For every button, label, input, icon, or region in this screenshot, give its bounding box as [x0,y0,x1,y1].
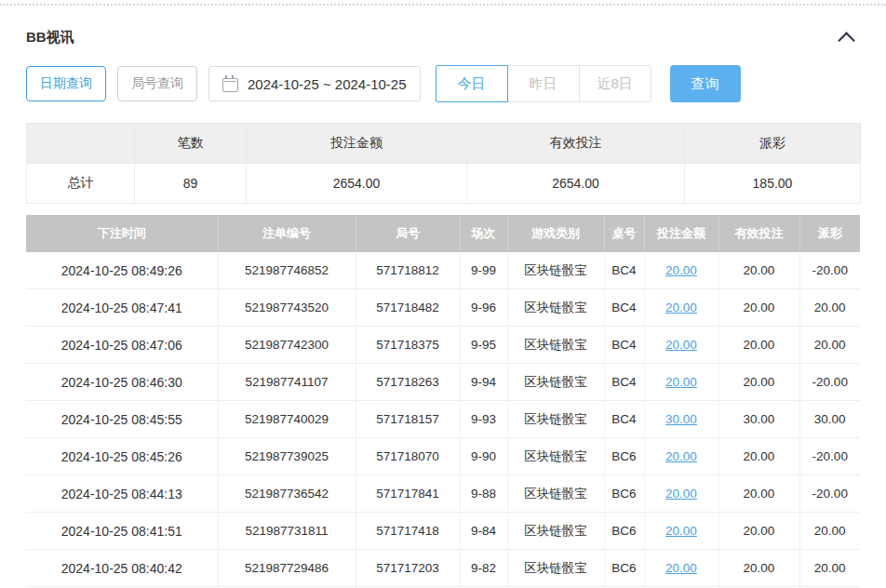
bet-amount-link[interactable]: 20.00 [665,263,697,277]
bet-amount-link[interactable]: 20.00 [665,301,697,314]
cell-bet-amount[interactable]: 20.00 [644,475,718,513]
cell-table-number: BC4 [604,252,644,289]
cell-game-type: 区块链骰宝 [507,550,604,587]
cell-bet-number: 521987746852 [218,252,356,289]
cell-session: 9-82 [460,550,507,587]
cell-bet-amount[interactable]: 20.00 [644,364,718,401]
bet-amount-link[interactable]: 20.00 [665,449,697,463]
cell-session: 9-94 [460,364,507,401]
cell-session: 9-95 [460,327,507,364]
summary-total-label: 总计 [27,164,135,204]
cell-round-number: 571718375 [356,327,460,364]
cell-bet-amount[interactable]: 20.00 [644,438,718,475]
cell-valid-bet: 20.00 [718,327,799,364]
table-row: 2024-10-25 08:44:13521987736542571717841… [26,475,860,513]
cell-payout: 20.00 [799,550,860,587]
bet-amount-link[interactable]: 20.00 [665,375,697,389]
cell-game-type: 区块链骰宝 [507,252,604,289]
round-query-tab[interactable]: 局号查询 [117,66,197,101]
cell-valid-bet: 20.00 [718,252,799,289]
cell-payout: -20.00 [799,438,860,475]
bet-amount-link[interactable]: 30.00 [665,412,697,426]
cell-game-type: 区块链骰宝 [507,401,604,438]
cell-valid-bet: 20.00 [718,289,799,327]
panel-title: BB视讯 [26,29,74,47]
cell-bet-amount[interactable]: 20.00 [644,289,718,327]
cell-valid-bet: 20.00 [718,513,799,550]
header-round-number: 局号 [356,215,460,252]
bet-amount-link[interactable]: 20.00 [665,338,697,352]
cell-bet-number: 521987740029 [218,401,356,438]
summary-header-payout: 派彩 [685,124,861,164]
header-bet-time: 下注时间 [26,215,218,252]
cell-bet-time: 2024-10-25 08:44:13 [26,475,218,513]
bet-amount-link[interactable]: 20.00 [665,561,697,575]
cell-payout: -20.00 [799,364,860,401]
search-button[interactable]: 查询 [670,65,741,102]
records-panel: BB视讯 日期查询 局号查询 2024-10-25 ~ 2024-10-25 今… [22,26,864,588]
last8days-button[interactable]: 近8日 [579,65,651,102]
cell-round-number: 571718482 [356,289,460,327]
cell-round-number: 571717841 [356,475,460,513]
cell-table-number: BC4 [604,327,644,364]
table-row: 2024-10-25 08:49:26521987746852571718812… [26,252,860,289]
cell-payout: 20.00 [799,513,860,550]
cell-bet-number: 521987731811 [218,513,356,550]
cell-bet-amount[interactable]: 20.00 [644,550,718,587]
cell-game-type: 区块链骰宝 [507,475,604,513]
table-row: 2024-10-25 08:40:42521987729486571717203… [26,550,860,587]
cell-bet-amount[interactable]: 20.00 [644,513,718,550]
cell-table-number: BC6 [604,550,644,587]
cell-session: 9-93 [460,401,507,438]
cell-session: 9-96 [460,289,507,327]
collapse-chevron-icon[interactable] [838,32,854,48]
summary-header-row: 笔数 投注金额 有效投注 派彩 [27,124,861,164]
cell-table-number: BC6 [604,513,644,550]
cell-bet-number: 521987736542 [218,475,356,513]
cell-game-type: 区块链骰宝 [507,327,604,364]
cell-bet-time: 2024-10-25 08:41:51 [26,513,218,550]
summary-total-row: 总计 89 2654.00 2654.00 185.00 [27,164,861,204]
cell-bet-amount[interactable]: 30.00 [644,401,718,438]
cell-game-type: 区块链骰宝 [507,513,604,550]
cell-round-number: 571717418 [356,513,460,550]
cell-table-number: BC6 [604,438,644,475]
cell-bet-time: 2024-10-25 08:45:55 [26,401,218,438]
table-row: 2024-10-25 08:47:41521987743520571718482… [26,289,860,327]
yesterday-button[interactable]: 昨日 [507,65,580,102]
cell-round-number: 571718070 [356,438,460,475]
date-range-value: 2024-10-25 ~ 2024-10-25 [248,76,407,92]
cell-valid-bet: 20.00 [718,438,799,475]
cell-bet-number: 521987741107 [218,364,356,401]
date-query-tab[interactable]: 日期查询 [26,66,106,101]
cell-payout: -20.00 [799,252,860,289]
cell-round-number: 571717203 [356,550,460,587]
header-game-type: 游戏类别 [507,215,604,252]
summary-header-count: 笔数 [135,124,247,164]
cell-round-number: 571718812 [356,252,460,289]
cell-bet-number: 521987742300 [218,327,356,364]
header-bet-number: 注单编号 [218,215,356,252]
bet-amount-link[interactable]: 20.00 [665,524,697,538]
table-row: 2024-10-25 08:45:26521987739025571718070… [26,438,860,475]
cell-valid-bet: 20.00 [718,475,799,513]
today-button[interactable]: 今日 [436,65,508,102]
records-table-body: 2024-10-25 08:49:26521987746852571718812… [26,252,860,588]
cell-bet-amount[interactable]: 20.00 [644,327,718,364]
bet-amount-link[interactable]: 20.00 [665,487,697,501]
cell-game-type: 区块链骰宝 [507,364,604,401]
table-row: 2024-10-25 08:47:06521987742300571718375… [26,327,860,364]
cell-bet-time: 2024-10-25 08:49:26 [26,252,218,289]
summary-header-blank [27,124,135,164]
cell-bet-amount[interactable]: 20.00 [644,252,718,289]
cell-table-number: BC4 [604,401,644,438]
date-range-input[interactable]: 2024-10-25 ~ 2024-10-25 [208,66,421,101]
cell-bet-time: 2024-10-25 08:45:26 [26,438,218,475]
cell-bet-number: 521987729486 [218,550,356,587]
cell-payout: 20.00 [799,289,860,327]
table-row: 2024-10-25 08:45:55521987740029571718157… [26,401,860,438]
table-row: 2024-10-25 08:46:30521987741107571718263… [26,364,860,401]
summary-total-payout: 185.00 [685,164,861,204]
cell-bet-time: 2024-10-25 08:47:41 [26,289,218,327]
cell-game-type: 区块链骰宝 [507,438,604,475]
